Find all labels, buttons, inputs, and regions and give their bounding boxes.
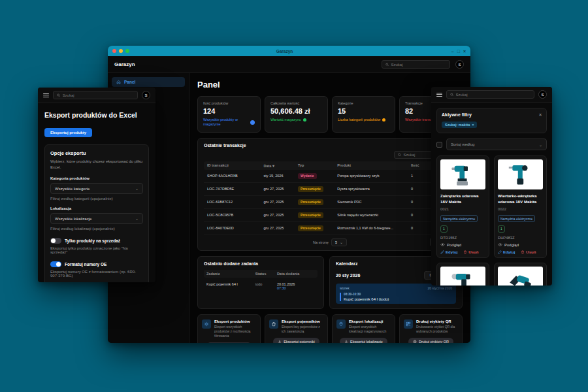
action-card-export-locations: Eksport lokalizacji Eksport wszystkich l…	[332, 314, 395, 343]
product-card[interactable]: Zakrętarka udarowa 18V Makita 0021 Narzę…	[436, 155, 489, 258]
type-badge: Przesunięcie	[298, 199, 323, 205]
export-products-primary-button[interactable]: Eksportuj produkty	[44, 128, 92, 137]
close-button[interactable]: ×	[463, 49, 466, 54]
per-page-select[interactable]: 5 ⌄	[331, 238, 347, 246]
minimize-traffic-light[interactable]	[119, 49, 123, 53]
download-icon	[344, 340, 348, 343]
edit-button[interactable]: Edytuj	[498, 250, 515, 254]
sort-column-date[interactable]: Data ▾	[263, 163, 298, 168]
product-image	[440, 267, 485, 286]
options-title: Opcje eksportu	[50, 150, 143, 156]
action-card-export-containers: Eksport pojemników Eksport listy pojemni…	[265, 314, 328, 343]
sidebar-item-label: Panel	[124, 80, 135, 84]
main-window: Garazyn – □ × Garazyn S Panel	[108, 46, 470, 343]
user-avatar[interactable]: S	[455, 60, 464, 69]
pencil-icon	[440, 250, 444, 254]
trash-icon	[521, 250, 525, 254]
app-brand: Garazyn	[114, 61, 135, 67]
type-badge: Wydanie	[298, 173, 316, 179]
filter-chip[interactable]: Szukaj: makita ×	[442, 122, 477, 128]
format-oe-description: Eksportuj numery OE z formatowaniem (np.…	[50, 270, 143, 278]
product-sku: DTD155Z	[440, 236, 485, 240]
gear-icon	[202, 319, 211, 329]
stat-value: 124	[203, 107, 255, 115]
products-grid-partial	[431, 263, 552, 286]
transaction-row[interactable]: LOC-8A07DE0D gru 27, 2025 Przesunięcie R…	[204, 222, 456, 235]
type-badge: Przesunięcie	[298, 225, 323, 231]
qr-icon	[404, 319, 413, 329]
sale-only-toggle[interactable]	[50, 238, 61, 244]
sort-select[interactable]: Sortuj według ⌄	[446, 139, 547, 150]
products-search-input[interactable]	[456, 93, 531, 97]
maximize-button[interactable]: □	[457, 49, 460, 54]
user-avatar[interactable]: S	[142, 91, 150, 99]
stats-row: Ilość produktów 124 Wszystkie produkty w…	[197, 96, 463, 133]
product-card[interactable]	[436, 263, 489, 286]
tasks-title: Ostatnio dodane zadania	[204, 261, 318, 266]
product-image	[498, 267, 543, 286]
category-select[interactable]: Wszystkie kategorie ⌄	[50, 183, 143, 194]
product-image	[498, 159, 543, 189]
chevron-down-icon: ⌄	[135, 186, 139, 191]
transaction-row[interactable]: LOC-7A7DBD5E gru 27, 2025 Przesunięcie D…	[204, 183, 456, 196]
transaction-row[interactable]: SHOP-6AOLHRXB sty 19, 2026 Wydanie Pompa…	[204, 170, 456, 183]
user-avatar[interactable]: S	[538, 90, 547, 99]
remove-filter-icon[interactable]: ×	[472, 123, 474, 127]
active-filters-title: Aktywne filtry	[442, 112, 472, 117]
export-search-input[interactable]	[63, 93, 134, 97]
delete-button[interactable]: Usuń	[463, 250, 478, 254]
transactions-table-header: ID transakcji Data ▾ Typ Produkt Ilość W…	[204, 161, 456, 170]
eye-icon	[498, 243, 502, 246]
product-code: 0022	[498, 207, 543, 211]
print-qr-button[interactable]: Drukuj etykiety QR	[408, 338, 453, 343]
calendar-event[interactable]: wtorek 20 stycznia 2026 08:30-10:30 Kupi…	[336, 284, 456, 304]
location-select[interactable]: Wszystkie lokalizacje ⌄	[50, 213, 143, 224]
edit-button[interactable]: Edytuj	[440, 250, 457, 254]
per-page-label: Na stronę	[313, 240, 329, 244]
stat-card-products: Ilość produktów 124 Wszystkie produkty w…	[197, 96, 261, 133]
export-options-card: Opcje eksportu Wybierz, które produkty c…	[44, 144, 149, 282]
category-hint: Filtruj według kategorii (opcjonalnie)	[50, 197, 143, 201]
menu-icon[interactable]	[43, 93, 49, 97]
delete-button[interactable]: Usuń	[521, 250, 536, 254]
export-products-button[interactable]: Eksportuj produkty	[206, 342, 252, 343]
close-icon[interactable]: ×	[539, 112, 542, 117]
global-search[interactable]	[382, 60, 450, 69]
minimize-button[interactable]: –	[451, 49, 454, 54]
options-description: Wybierz, które produkty chcesz eksportow…	[50, 159, 143, 171]
menu-icon[interactable]	[436, 93, 442, 97]
product-card[interactable]: Wiertarko-wkrętarka udarowa 18V Makita 0…	[494, 155, 547, 258]
printer-icon	[413, 340, 417, 343]
export-title: Eksport produktów do Excel	[44, 111, 149, 119]
event-day: wtorek	[340, 286, 350, 290]
sale-only-label: Tylko produkty na sprzedaż	[65, 238, 120, 243]
product-card[interactable]	[494, 263, 547, 286]
close-traffic-light[interactable]	[112, 49, 116, 53]
products-icon	[250, 120, 255, 125]
search-input[interactable]	[391, 63, 446, 67]
sort-caret-icon: ▾	[272, 164, 274, 168]
dashboard-content: Panel Ilość produktów 124 Wszystkie prod…	[189, 73, 470, 343]
task-row[interactable]: Kupić pojemnik 64 l todo 20.01.2026 07:3…	[204, 280, 318, 292]
sidebar-item-panel[interactable]: Panel	[112, 77, 185, 87]
window-titlebar[interactable]: Garazyn – □ ×	[108, 46, 470, 56]
export-panel-search[interactable]	[53, 91, 138, 99]
preview-link[interactable]: Podgląd	[440, 243, 485, 247]
transaction-row[interactable]: LOC-5C8C957B gru 27, 2025 Przesunięcie S…	[204, 209, 456, 222]
bucket-icon	[269, 319, 278, 329]
traffic-lights[interactable]	[112, 49, 129, 53]
transaction-row[interactable]: LOC-61B87C12 gru 27, 2025 Przesunięcie S…	[204, 196, 456, 209]
currency-icon	[303, 118, 306, 122]
home-icon	[116, 80, 121, 84]
product-sku: DHP483Z	[498, 236, 543, 240]
preview-link[interactable]: Podgląd	[498, 243, 543, 247]
product-name: Wiertarko-wkrętarka udarowa 18V Makita	[498, 193, 543, 205]
chevron-down-icon: ⌄	[539, 142, 542, 147]
products-panel-search[interactable]	[446, 90, 534, 99]
select-all-checkbox[interactable]	[436, 142, 442, 148]
action-card-export-products: Eksport produktów Eksport wszystkich pro…	[197, 314, 261, 343]
eye-icon	[440, 243, 445, 246]
format-oe-toggle[interactable]	[50, 261, 61, 267]
export-locations-button[interactable]: Eksportuj lokalizacje	[340, 338, 387, 343]
export-containers-button[interactable]: Eksportuj pojemniki	[273, 338, 319, 343]
